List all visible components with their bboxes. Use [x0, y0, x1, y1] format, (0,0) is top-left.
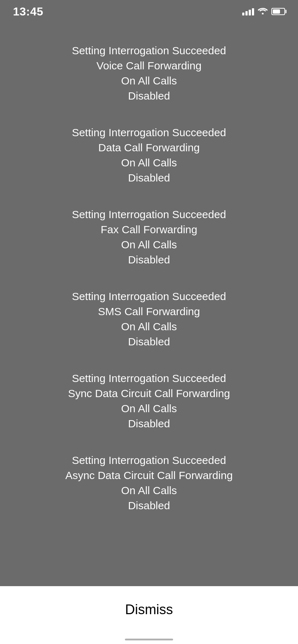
forwarding-line: SMS Call Forwarding: [98, 304, 200, 319]
forwarding-line: On All Calls: [121, 483, 177, 498]
battery-icon: [271, 8, 285, 15]
forwarding-line: Voice Call Forwarding: [96, 58, 202, 73]
forwarding-line: Setting Interrogation Succeeded: [72, 289, 226, 304]
forwarding-line: Disabled: [128, 416, 170, 431]
forwarding-line: Data Call Forwarding: [98, 140, 200, 155]
dismiss-button[interactable]: Dismiss: [11, 593, 287, 626]
forwarding-line: Sync Data Circuit Call Forwarding: [68, 386, 230, 401]
forwarding-line: On All Calls: [121, 401, 177, 416]
forwarding-line: On All Calls: [121, 73, 177, 88]
forwarding-group-sms: Setting Interrogation SucceededSMS Call …: [72, 289, 226, 349]
status-bar: 13:45: [0, 0, 298, 22]
forwarding-group-sync: Setting Interrogation SucceededSync Data…: [68, 371, 230, 431]
forwarding-line: Setting Interrogation Succeeded: [72, 207, 226, 222]
forwarding-line: Disabled: [128, 88, 170, 104]
forwarding-line: Setting Interrogation Succeeded: [72, 125, 226, 140]
status-icons: [242, 6, 285, 17]
forwarding-line: On All Calls: [121, 237, 177, 252]
wifi-icon: [258, 6, 268, 17]
forwarding-line: Disabled: [128, 498, 170, 513]
dismiss-area: Dismiss: [0, 586, 298, 644]
forwarding-group-async: Setting Interrogation SucceededAsync Dat…: [65, 453, 232, 513]
forwarding-line: Disabled: [128, 334, 170, 349]
main-content: Setting Interrogation SucceededVoice Cal…: [0, 22, 298, 542]
forwarding-line: Async Data Circuit Call Forwarding: [65, 468, 232, 483]
forwarding-line: Disabled: [128, 252, 170, 267]
forwarding-line: On All Calls: [121, 155, 177, 170]
signal-icon: [242, 8, 254, 15]
status-time: 13:45: [13, 5, 43, 18]
forwarding-line: Setting Interrogation Succeeded: [72, 371, 226, 386]
forwarding-line: On All Calls: [121, 319, 177, 334]
forwarding-group-data: Setting Interrogation SucceededData Call…: [72, 125, 226, 185]
forwarding-line: Setting Interrogation Succeeded: [72, 43, 226, 58]
forwarding-line: Setting Interrogation Succeeded: [72, 453, 226, 468]
forwarding-group-voice: Setting Interrogation SucceededVoice Cal…: [72, 43, 226, 104]
forwarding-line: Disabled: [128, 170, 170, 185]
forwarding-line: Fax Call Forwarding: [101, 222, 197, 237]
home-indicator: [125, 639, 173, 640]
forwarding-group-fax: Setting Interrogation SucceededFax Call …: [72, 207, 226, 267]
